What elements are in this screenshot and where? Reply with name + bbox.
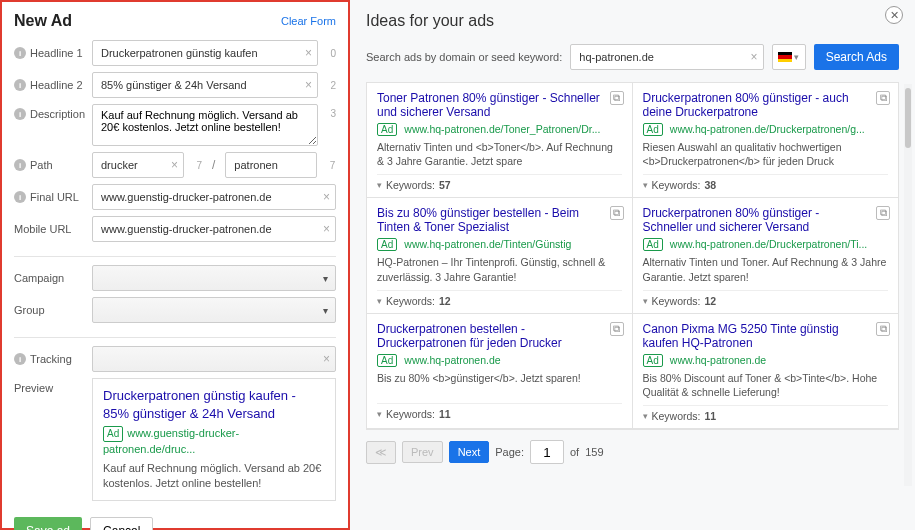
info-icon: i	[14, 353, 26, 365]
ad-idea-card: ⧉ Canon Pixma MG 5250 Tinte günstig kauf…	[633, 314, 899, 429]
ad-idea-card: ⧉ Toner Patronen 80% günstiger - Schnell…	[367, 83, 633, 198]
path-label: Path	[30, 159, 53, 171]
ad-description: Alternativ Tinten und Toner. Auf Rechnun…	[643, 255, 889, 283]
ad-title[interactable]: Druckerpatronen bestellen - Druckerpatro…	[377, 322, 622, 350]
headline1-counter: 0	[324, 48, 336, 59]
cancel-button[interactable]: Cancel	[90, 517, 153, 530]
next-page-button[interactable]: Next	[449, 441, 490, 463]
path-separator: /	[212, 158, 215, 172]
divider	[14, 256, 336, 257]
close-icon[interactable]: ×	[171, 158, 178, 172]
keywords-toggle[interactable]: ▾Keywords: 12	[643, 290, 889, 307]
group-label: Group	[14, 304, 45, 316]
path2-input[interactable]	[225, 152, 317, 178]
pagination: ≪ Prev Next Page: of 159	[366, 440, 899, 464]
keywords-toggle[interactable]: ▾Keywords: 57	[377, 174, 622, 191]
close-icon[interactable]: ×	[305, 46, 312, 60]
copy-icon[interactable]: ⧉	[610, 322, 624, 336]
chevron-down-icon: ▾	[643, 296, 648, 306]
keywords-toggle[interactable]: ▾Keywords: 12	[377, 290, 622, 307]
group-select[interactable]	[92, 297, 336, 323]
ad-description: Riesen Auswahl an qualitativ hochwertige…	[643, 140, 889, 168]
locale-select[interactable]: ▾	[772, 44, 806, 70]
of-label: of	[570, 446, 579, 458]
divider	[14, 337, 336, 338]
preview-label: Preview	[14, 382, 53, 394]
chevron-down-icon: ▾	[377, 180, 382, 190]
mobile-url-label: Mobile URL	[14, 223, 71, 235]
copy-icon[interactable]: ⧉	[876, 322, 890, 336]
first-page-button[interactable]: ≪	[366, 441, 396, 464]
ad-title[interactable]: Canon Pixma MG 5250 Tinte günstig kaufen…	[643, 322, 889, 350]
ad-title[interactable]: Druckerpatronen 80% günstiger - Schnelle…	[643, 206, 889, 234]
campaign-select[interactable]	[92, 265, 336, 291]
prev-page-button[interactable]: Prev	[402, 441, 443, 463]
close-icon[interactable]: ×	[323, 352, 330, 366]
total-pages: 159	[585, 446, 603, 458]
ad-description: Alternativ Tinten und <b>Toner</b>. Auf …	[377, 140, 622, 168]
new-ad-panel: New Ad Clear Form iHeadline 1 × 0 iHeadl…	[0, 0, 350, 530]
keywords-toggle[interactable]: ▾Keywords: 38	[643, 174, 889, 191]
copy-icon[interactable]: ⧉	[876, 206, 890, 220]
chevron-down-icon: ▾	[794, 52, 799, 62]
ad-idea-card: ⧉ Bis zu 80% günstiger bestellen - Beim …	[367, 198, 633, 313]
ad-badge: Ad	[377, 238, 397, 251]
headline2-counter: 2	[324, 80, 336, 91]
description-input[interactable]: Kauf auf Rechnung möglich. Versand ab 20…	[92, 104, 318, 146]
ad-url: www.hq-patronen.de	[404, 354, 500, 366]
final-url-input[interactable]	[92, 184, 336, 210]
keywords-toggle[interactable]: ▾Keywords: 11	[643, 405, 889, 422]
flag-de-icon	[778, 52, 792, 62]
info-icon: i	[14, 108, 26, 120]
ad-preview: Druckerpatronen günstig kaufen - 85% gün…	[92, 378, 336, 501]
keywords-toggle[interactable]: ▾Keywords: 11	[377, 403, 622, 420]
tracking-input[interactable]	[92, 346, 336, 372]
info-icon: i	[14, 159, 26, 171]
scrollbar[interactable]	[904, 84, 912, 486]
ad-url: www.hq-patronen.de/Tinten/Günstig	[404, 238, 571, 250]
ad-title[interactable]: Bis zu 80% günstiger bestellen - Beim Ti…	[377, 206, 622, 234]
clear-form-link[interactable]: Clear Form	[281, 15, 336, 27]
headline2-input[interactable]	[92, 72, 318, 98]
preview-description: Kauf auf Rechnung möglich. Versand ab 20…	[103, 461, 325, 492]
ad-url: www.hq-patronen.de/Druckerpatronen/Ti...	[670, 238, 867, 250]
copy-icon[interactable]: ⧉	[610, 91, 624, 105]
ad-title[interactable]: Druckerpatronen 80% günstiger - auch dei…	[643, 91, 889, 119]
description-label: Description	[30, 108, 85, 120]
ad-badge: Ad	[377, 354, 397, 367]
ad-idea-card: ⧉ Druckerpatronen 80% günstiger - Schnel…	[633, 198, 899, 313]
close-icon[interactable]: ✕	[885, 6, 903, 24]
save-button[interactable]: Save ad	[14, 517, 82, 530]
ad-badge: Ad	[643, 354, 663, 367]
ad-badge: Ad	[103, 426, 123, 442]
ad-description: Bis zu 80% <b>günstiger</b>. Jetzt spare…	[377, 371, 622, 397]
preview-title: Druckerpatronen günstig kaufen - 85% gün…	[103, 387, 325, 423]
page-label: Page:	[495, 446, 524, 458]
page-input[interactable]	[530, 440, 564, 464]
close-icon[interactable]: ×	[751, 50, 758, 64]
ad-idea-card: ⧉ Druckerpatronen bestellen - Druckerpat…	[367, 314, 633, 429]
path2-counter: 7	[323, 160, 335, 171]
ad-badge: Ad	[643, 238, 663, 251]
info-icon: i	[14, 191, 26, 203]
chevron-down-icon: ▾	[643, 411, 648, 421]
ideas-title: Ideas for your ads	[366, 12, 899, 30]
mobile-url-input[interactable]	[92, 216, 336, 242]
search-ads-button[interactable]: Search Ads	[814, 44, 899, 70]
headline2-label: Headline 2	[30, 79, 83, 91]
ad-ideas-grid: ⧉ Toner Patronen 80% günstiger - Schnell…	[366, 82, 899, 430]
ad-description: Bis 80% Discount auf Toner & <b>Tinte</b…	[643, 371, 889, 399]
chevron-down-icon: ▾	[377, 409, 382, 419]
ad-title[interactable]: Toner Patronen 80% günstiger - Schneller…	[377, 91, 622, 119]
close-icon[interactable]: ×	[305, 78, 312, 92]
tracking-label: Tracking	[30, 353, 72, 365]
ad-idea-card: ⧉ Druckerpatronen 80% günstiger - auch d…	[633, 83, 899, 198]
copy-icon[interactable]: ⧉	[876, 91, 890, 105]
path1-counter: 7	[190, 160, 202, 171]
close-icon[interactable]: ×	[323, 190, 330, 204]
close-icon[interactable]: ×	[323, 222, 330, 236]
search-input[interactable]	[570, 44, 763, 70]
chevron-down-icon: ▾	[643, 180, 648, 190]
headline1-input[interactable]	[92, 40, 318, 66]
copy-icon[interactable]: ⧉	[610, 206, 624, 220]
